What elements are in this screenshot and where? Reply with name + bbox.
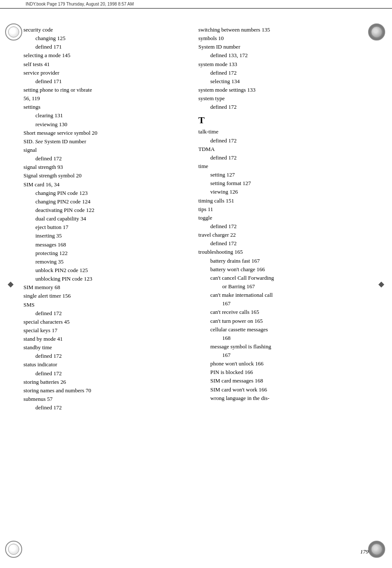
list-item: inserting 35: [23, 232, 186, 240]
list-item: service provider: [23, 69, 186, 77]
list-item: defined 172: [198, 103, 369, 111]
corner-ornament-bl: [5, 541, 24, 559]
list-item: defined 172: [198, 154, 369, 162]
list-item: defined 172: [198, 222, 369, 231]
list-item: system type: [198, 94, 369, 103]
list-item: single alert timer 156: [23, 292, 186, 300]
list-item: 167: [198, 351, 369, 359]
list-item: signal: [23, 146, 186, 154]
left-column: security codechanging 125defined 171sele…: [23, 26, 186, 412]
content-area: security codechanging 125defined 171sele…: [0, 13, 392, 429]
list-item: setting phone to ring or vibrate: [23, 86, 186, 94]
list-item: Short message service symbol 20: [23, 129, 186, 137]
list-item: PIN is blocked 166: [198, 368, 369, 377]
right-column: switching between numbers 135symbols 10S…: [198, 26, 369, 412]
list-item: timing calls 151: [198, 197, 369, 205]
list-item: defined 172: [23, 309, 186, 318]
list-item: unblocking PIN code 123: [23, 275, 186, 283]
list-item: changing 125: [23, 34, 186, 43]
list-item: or Barring 167: [198, 282, 369, 291]
list-item: setting format 127: [198, 179, 369, 188]
list-item: submenus 57: [23, 395, 186, 403]
list-item: setting 127: [198, 171, 369, 179]
list-item: defined 171: [23, 43, 186, 51]
list-item: protecting 122: [23, 249, 186, 258]
list-item: self tests 41: [23, 60, 186, 69]
list-item: security code: [23, 26, 186, 34]
list-item: signal strength 93: [23, 163, 186, 171]
list-item: troubleshooting 165: [198, 248, 369, 256]
corner-ornament-tr: [368, 23, 387, 42]
list-item: cellular cassette messages: [198, 325, 369, 334]
list-item: battery won't charge 166: [198, 265, 369, 274]
list-item: special keys 17: [23, 326, 186, 335]
list-item: tips 11: [198, 205, 369, 214]
list-item: defined 172: [23, 154, 186, 163]
list-item: defined 172: [23, 369, 186, 378]
list-item: defined 172: [198, 136, 369, 145]
list-item: settings: [23, 103, 186, 111]
list-item: defined 172: [23, 403, 186, 412]
list-item: dual card capability 34: [23, 214, 186, 223]
list-item: defined 172: [198, 239, 369, 248]
list-item: deactivating PIN code 122: [23, 206, 186, 214]
list-item: SMS: [23, 301, 186, 309]
page-number: 179: [360, 548, 369, 555]
list-item: system mode 133: [198, 60, 369, 69]
list-item: SIM card won't work 166: [198, 385, 369, 394]
list-item: special characters 45: [23, 318, 186, 326]
list-item: messages 168: [23, 241, 186, 249]
list-item: TDMA: [198, 145, 369, 154]
right-arrow: ◆: [378, 279, 384, 289]
corner-ornament-tl: [5, 23, 24, 42]
list-item: can't make international call: [198, 291, 369, 299]
list-item: can't receive calls 165: [198, 308, 369, 316]
list-item: SIM memory 68: [23, 283, 186, 292]
list-item: time: [198, 162, 369, 171]
list-item: Signal strength symbol 20: [23, 171, 186, 180]
list-item: defined 133, 172: [198, 51, 369, 60]
list-item: wrong language in the dis-: [198, 394, 369, 403]
list-item: 167: [198, 299, 369, 308]
header-bar: INDY.book Page 179 Thursday, August 20, …: [0, 0, 392, 9]
list-item: phone won't unlock 166: [198, 359, 369, 368]
header-text: INDY.book Page 179 Thursday, August 20, …: [26, 2, 134, 6]
list-item: viewing 126: [198, 188, 369, 196]
list-item: removing 35: [23, 258, 186, 266]
list-item: defined 172: [23, 352, 186, 360]
list-item: system mode settings 133: [198, 86, 369, 94]
list-item: eject button 17: [23, 223, 186, 232]
list-item: selecting 134: [198, 77, 369, 86]
list-item: SID. See System ID number: [23, 137, 186, 146]
list-item: can't turn power on 165: [198, 317, 369, 325]
list-item: T: [198, 115, 369, 126]
corner-ornament-br: [368, 541, 387, 559]
list-item: SIM card messages 168: [198, 377, 369, 385]
left-arrow: ◆: [8, 279, 14, 289]
list-item: unblock PIN2 code 125: [23, 266, 186, 275]
list-item: message symbol is flashing: [198, 342, 369, 351]
list-item: changing PIN code 123: [23, 189, 186, 197]
list-item: 168: [198, 334, 369, 342]
list-item: defined 171: [23, 77, 186, 86]
list-item: defined 172: [198, 69, 369, 77]
list-item: stand by mode 41: [23, 335, 186, 343]
list-item: SIM card 16, 34: [23, 180, 186, 189]
list-item: standby time: [23, 343, 186, 352]
list-item: reviewing 130: [23, 120, 186, 129]
list-item: storing batteries 26: [23, 378, 186, 386]
list-item: symbols 10: [198, 34, 369, 43]
list-item: toggle: [198, 214, 369, 222]
list-item: battery drains fast 167: [198, 257, 369, 265]
list-item: changing PIN2 code 124: [23, 197, 186, 206]
list-item: can't cancel Call Forwarding: [198, 274, 369, 282]
list-item: switching between numbers 135: [198, 26, 369, 34]
list-item: talk-time: [198, 128, 369, 136]
list-item: storing names and numbers 70: [23, 386, 186, 395]
list-item: 56, 119: [23, 94, 186, 103]
list-item: System ID number: [198, 43, 369, 51]
page-container: INDY.book Page 179 Thursday, August 20, …: [0, 0, 392, 568]
list-item: selecting a mode 145: [23, 51, 186, 60]
list-item: status indicator: [23, 360, 186, 369]
list-item: clearing 131: [23, 111, 186, 120]
